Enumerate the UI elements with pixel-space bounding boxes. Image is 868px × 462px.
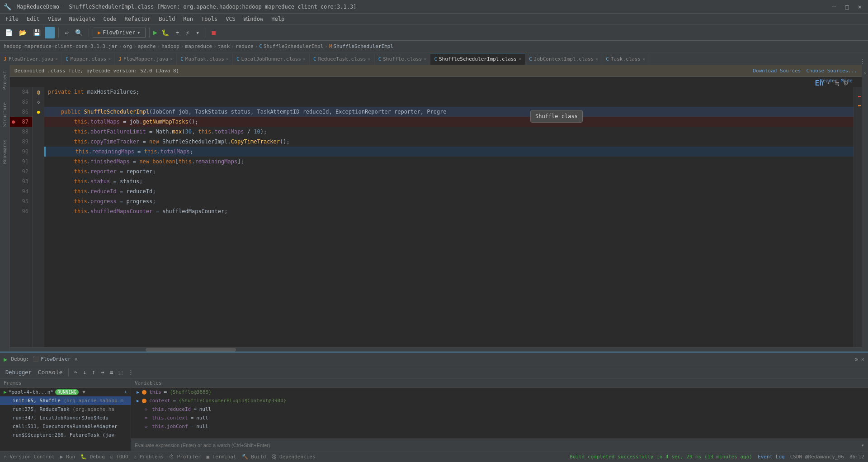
console-tab[interactable]: Console — [36, 368, 65, 376]
tab-close-6[interactable]: × — [368, 57, 371, 62]
h-scrollbar-thumb[interactable] — [146, 348, 236, 352]
menu-refactor[interactable]: Refactor — [121, 15, 154, 23]
tab-close-1[interactable]: × — [55, 57, 58, 62]
tab-close-10[interactable]: × — [642, 57, 645, 62]
structure-panel-tab[interactable]: Structure — [1, 100, 8, 129]
problems-tab[interactable]: ⚠ Problems — [134, 454, 164, 460]
save-button[interactable]: 💾 — [31, 28, 43, 38]
tab-local-job-runner[interactable]: C LocalJobRunner.class × — [233, 53, 310, 65]
debugger-tab[interactable]: Debugger — [3, 368, 34, 376]
menu-view[interactable]: View — [44, 15, 65, 23]
run-config-selector[interactable]: ▶ FlowDriver ▾ — [93, 28, 146, 38]
new-file-button[interactable]: 📄 — [3, 28, 15, 38]
menu-build[interactable]: Build — [155, 15, 179, 23]
tab-task-class[interactable]: C Task.class × — [602, 53, 649, 65]
tab-close-3[interactable]: × — [170, 57, 173, 62]
breadcrumb-org[interactable]: org — [123, 43, 132, 49]
step-into-button[interactable]: ↓ — [81, 368, 88, 376]
run-button[interactable]: ▶ — [153, 28, 158, 37]
download-sources-button[interactable]: Download Sources — [753, 68, 801, 74]
add-frame-button[interactable]: + — [124, 389, 127, 395]
tab-close-7[interactable]: × — [424, 57, 426, 62]
terminal-tab[interactable]: ▣ Terminal — [206, 454, 236, 460]
breadcrumb-apache[interactable]: apache — [138, 43, 156, 49]
var-reduce-id[interactable]: ∞ this.reduceId = null — [131, 405, 868, 414]
step-out-button[interactable]: ↑ — [90, 368, 97, 376]
profile-button[interactable]: ⚡ — [184, 28, 192, 38]
choose-sources-button[interactable]: Choose Sources... — [806, 68, 857, 74]
breadcrumb-task[interactable]: task — [218, 43, 230, 49]
open-button[interactable]: 📂 — [17, 28, 29, 38]
stop-button[interactable]: ■ — [210, 28, 218, 38]
tab-close-4[interactable]: × — [226, 57, 229, 62]
menu-vcs[interactable]: VCS — [222, 15, 239, 23]
breadcrumb-shuffle-impl[interactable]: ShuffleSchedulerImpl — [264, 43, 323, 49]
version-control-tab[interactable]: ⑃ Version Control — [4, 454, 55, 460]
menu-tools[interactable]: Tools — [198, 15, 221, 23]
bookmarks-panel-tab[interactable]: Bookmarks — [1, 138, 8, 166]
run-to-cursor-button[interactable]: ⇥ — [99, 368, 106, 376]
tab-flow-driver-java[interactable]: J FlowDriver.java × — [0, 53, 62, 65]
todo-tab[interactable]: ☑ TODO — [110, 454, 128, 460]
expand-context[interactable]: ▶ — [137, 398, 139, 403]
profiler-tab[interactable]: ⏱ Profiler — [169, 454, 201, 460]
debug-settings-button[interactable]: ⚙ ✕ — [854, 356, 864, 362]
breadcrumb-shuffle-impl-method[interactable]: ShuffleSchedulerImpl — [334, 43, 393, 49]
debug-button[interactable]: 🐛 — [159, 28, 171, 38]
breadcrumb-reduce[interactable]: reduce — [236, 43, 254, 49]
title-bar-controls[interactable]: ─ □ × — [830, 2, 864, 11]
tabs-overflow-button[interactable]: ⋮ — [857, 58, 868, 65]
frame-item-4[interactable]: run$$$capture:266, FutureTask (jav — [0, 431, 131, 439]
menu-run[interactable]: Run — [179, 15, 197, 23]
tab-close-2[interactable]: × — [108, 57, 111, 62]
menu-file[interactable]: File — [2, 15, 22, 23]
menu-code[interactable]: Code — [100, 15, 120, 23]
notifications-tab[interactable]: ⚡ — [862, 69, 868, 77]
breadcrumb-jar[interactable]: hadoop-mapreduce-client-core-3.1.3.jar — [4, 43, 118, 49]
run-tab[interactable]: ▶ Run — [60, 454, 75, 460]
var-context2[interactable]: ∞ this.context = null — [131, 414, 868, 422]
expression-history-button[interactable]: ▾ — [861, 442, 864, 448]
menu-navigate[interactable]: Navigate — [66, 15, 99, 23]
close-button[interactable]: × — [855, 2, 864, 11]
search-everywhere-button[interactable]: 🔍 — [73, 28, 85, 38]
event-log-button[interactable]: Event Log — [758, 454, 785, 460]
coverage-button[interactable]: ☂ — [173, 28, 181, 38]
tab-shuffle-class[interactable]: C Shuffle.class × — [375, 53, 431, 65]
build-tab[interactable]: 🔨 Build — [242, 454, 266, 460]
menu-edit[interactable]: Edit — [23, 15, 43, 23]
minimize-button[interactable]: ─ — [830, 2, 839, 11]
breadcrumb-mapreduce[interactable]: mapreduce — [185, 43, 212, 49]
frame-item-3[interactable]: call:511, Executors$RunnableAdapter — [0, 422, 131, 431]
tab-mapper-class[interactable]: C Mapper.class × — [62, 53, 115, 65]
tab-reduce-task[interactable]: C ReduceTask.class × — [310, 53, 375, 65]
h-scrollbar[interactable] — [10, 347, 862, 352]
tab-shuffle-scheduler-impl[interactable]: C ShuffleSchedulerImpl.class × — [430, 53, 525, 65]
more-run-button[interactable]: ▾ — [193, 28, 202, 38]
evaluate-button[interactable]: ≡ — [108, 368, 115, 376]
debug-status-tab[interactable]: 🐛 Debug — [80, 454, 105, 460]
tab-job-context-impl[interactable]: C JobContextImpl.class × — [525, 53, 602, 65]
mute-breakpoints[interactable]: ⬚ — [117, 368, 124, 376]
menu-window[interactable]: Window — [240, 15, 267, 23]
more-debug-button[interactable]: ⋮ — [126, 368, 136, 376]
undo-button[interactable]: ↩ — [62, 28, 71, 38]
tab-close-8[interactable]: × — [519, 57, 521, 62]
tab-flow-mapper-java[interactable]: J FlowMapper.java × — [115, 53, 177, 65]
tab-map-task-class[interactable]: C MapTask.class × — [177, 53, 233, 65]
frame-item-1[interactable]: run:375, ReduceTask (org.apache.ha — [0, 405, 131, 414]
maximize-button[interactable]: □ — [842, 2, 851, 11]
filter-button[interactable]: ▼ — [82, 389, 85, 395]
breadcrumb-hadoop[interactable]: hadoop — [161, 43, 179, 49]
debug-session-close[interactable]: × — [74, 356, 77, 362]
project-panel-tab[interactable]: Project — [1, 69, 8, 91]
step-over-button[interactable]: ↷ — [72, 368, 80, 376]
expression-input[interactable] — [135, 443, 861, 448]
tab-close-5[interactable]: × — [303, 57, 306, 62]
var-context[interactable]: ▶ context = {ShuffleConsumerPlugin$Conte… — [131, 396, 868, 405]
code-lines[interactable]: private int maxHostFailures; public Shuf… — [44, 87, 854, 352]
frame-item-0[interactable]: init:65, Shuffle (org.apache.hadoop.m — [0, 396, 131, 405]
expand-this[interactable]: ▶ — [137, 390, 139, 395]
dependencies-tab[interactable]: ⛓ Dependencies — [271, 454, 315, 460]
frame-item-2[interactable]: run:347, LocalJobRunner$Job$Redu — [0, 414, 131, 422]
